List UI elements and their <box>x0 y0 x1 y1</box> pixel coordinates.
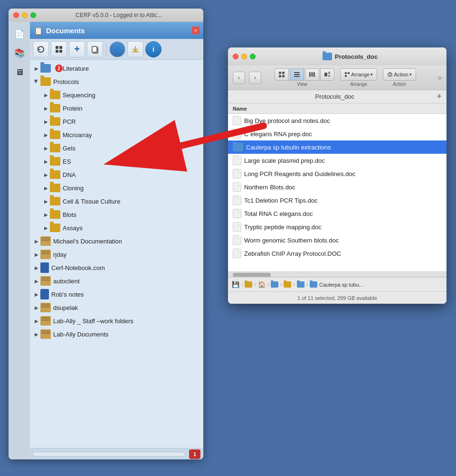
tree-item-lab-ally-docs[interactable]: ▶ Lab-Ally Documents <box>30 327 203 341</box>
info-button[interactable]: i <box>145 41 162 57</box>
tree-arrow-protocols[interactable]: ▶ <box>33 78 40 85</box>
tree-arrow-cerf-notebook[interactable]: ▶ <box>33 264 40 271</box>
breadcrumb-folder-selected[interactable] <box>310 281 317 288</box>
tree-item-rjday[interactable]: ▶ rjday <box>30 248 203 261</box>
breadcrumb-arrow-5: › <box>293 282 294 287</box>
tree-item-cell-tissue[interactable]: ▶ Cell & Tissue Culture <box>30 195 203 208</box>
tree-arrow-robs-notes[interactable]: ▶ <box>33 290 40 298</box>
tree-item-gels[interactable]: ▶ Gels <box>30 141 203 155</box>
tree-arrow-protein[interactable]: ▶ <box>42 104 50 112</box>
finder-scrollbar-thumb[interactable] <box>233 273 271 277</box>
file-item-tc1-deletion[interactable]: Tc1 Deletion PCR Tips.doc <box>228 194 446 207</box>
finder-view-list-btn[interactable] <box>290 68 304 81</box>
tree-arrow-literature[interactable]: ▶ <box>33 65 40 72</box>
file-item-long-pcr[interactable]: Long PCR Reagents and Guidelines.doc <box>228 167 446 180</box>
tree-arrow-sequencing[interactable]: ▶ <box>42 91 50 99</box>
tree-item-microarray[interactable]: ▶ Microarray <box>30 128 203 141</box>
documents-header-title: Documents <box>46 27 189 35</box>
close-button[interactable] <box>13 12 19 18</box>
file-item-big-dye[interactable]: Big Dye protocol and notes.doc <box>228 114 446 127</box>
finder-view-cover-btn[interactable] <box>320 68 334 81</box>
sidebar-icon-2[interactable]: 📚 <box>11 45 28 62</box>
finder-minimize-button[interactable] <box>241 54 247 59</box>
tree-item-blots[interactable]: ▶ Blots <box>30 208 203 221</box>
tree-arrow-assays[interactable]: ▶ <box>42 224 50 232</box>
tree-arrow-microarray[interactable]: ▶ <box>42 131 50 139</box>
breadcrumb-folder-4[interactable] <box>297 281 304 288</box>
zoom-button[interactable] <box>30 12 36 18</box>
tree-item-cloning[interactable]: ▶ Cloning <box>30 181 203 195</box>
statusbar-scrollbar[interactable] <box>33 452 185 457</box>
download-button[interactable] <box>127 41 143 57</box>
file-doc-icon <box>233 129 241 139</box>
tree-arrow-es[interactable]: ▶ <box>42 158 50 165</box>
tree-item-robs-notes[interactable]: ▶ Rob's notes <box>30 288 203 301</box>
file-doc-icon <box>233 156 241 165</box>
tree-item-pcr[interactable]: ▶ PCR <box>30 115 203 128</box>
finder-scrollbar-area[interactable] <box>228 271 446 277</box>
tree-arrow-gels[interactable]: ▶ <box>42 144 50 152</box>
tree-arrow-dsupelak[interactable]: ▶ <box>33 304 40 311</box>
tree-item-autoclient[interactable]: ▶ autoclient <box>30 274 203 288</box>
finder-action-button[interactable]: Action ▾ <box>383 68 416 81</box>
file-item-c-elegans-rna[interactable]: C elegans RNA prep.doc <box>228 127 446 140</box>
icon-robs-notes <box>40 289 49 299</box>
tree-item-lab-ally-staff[interactable]: ▶ Lab-Ally _ Staff –work folders <box>30 314 203 327</box>
tree-arrow-blots[interactable]: ▶ <box>42 211 50 218</box>
tree-arrow-dna[interactable]: ▶ <box>42 171 50 178</box>
tree-arrow-lab-ally-docs[interactable]: ▶ <box>33 330 40 338</box>
tree-arrow-cloning[interactable]: ▶ <box>42 184 50 192</box>
tree-arrow-pcr[interactable]: ▶ <box>42 118 50 125</box>
breadcrumb-folder-1[interactable] <box>245 281 252 288</box>
layout-button[interactable] <box>51 41 67 57</box>
finder-path-add-button[interactable]: + <box>437 92 442 102</box>
file-item-zebrafish[interactable]: Zebrafish ChIP Array Protocol.DOC <box>228 247 446 260</box>
finder-more-button[interactable]: » <box>437 74 442 82</box>
tree-item-michaels[interactable]: ▶ Michael's Documentation <box>30 234 203 248</box>
file-item-tryptic[interactable]: Tryptic peptide mapping.doc <box>228 220 446 233</box>
documents-close-button[interactable]: × <box>192 27 200 34</box>
eye-button[interactable]: 👁 <box>109 41 125 57</box>
documents-panel: 📋 Documents × <box>30 22 203 459</box>
finder-zoom-button[interactable] <box>250 54 256 59</box>
sidebar-icon-1[interactable]: 📄 <box>11 26 28 43</box>
sidebar-icon-3[interactable]: 🖥 <box>11 64 28 81</box>
icon-lab-ally-staff <box>40 316 51 326</box>
file-item-worm-genomic[interactable]: Worm genomic Southern blots.doc <box>228 233 446 247</box>
tree-item-protocols[interactable]: ▶ Protocols <box>30 75 203 88</box>
finder-view-icon-btn[interactable] <box>275 68 289 81</box>
tree-item-sequencing[interactable]: ▶ Sequencing <box>30 88 203 102</box>
breadcrumb-folder-2[interactable] <box>271 281 278 288</box>
svg-rect-12 <box>294 74 300 75</box>
tree-arrow-michaels[interactable]: ▶ <box>33 237 40 245</box>
tree-item-protein[interactable]: ▶ Protein <box>30 102 203 115</box>
breadcrumb-folder-3[interactable] <box>284 281 291 288</box>
finder-back-button[interactable]: ‹ <box>233 72 245 84</box>
tree-item-es[interactable]: ▶ ES <box>30 155 203 168</box>
finder-view-columns-btn[interactable] <box>305 68 319 81</box>
tree-arrow-autoclient[interactable]: ▶ <box>33 277 40 285</box>
file-item-northern-blots[interactable]: Northern Blots.doc <box>228 180 446 194</box>
copy-button[interactable] <box>87 41 103 57</box>
finder-close-button[interactable] <box>233 54 238 59</box>
tree-arrow-cell-tissue[interactable]: ▶ <box>42 197 50 205</box>
minimize-button[interactable] <box>22 12 28 18</box>
tree-item-cerf-notebook[interactable]: ▶ Cerf-Notebook.com <box>30 261 203 274</box>
add-button[interactable]: + <box>69 41 85 57</box>
file-item-caulerpa[interactable]: Caulerpa sp tubulin extractions <box>228 140 446 154</box>
tree-item-dsupelak[interactable]: ▶ dsupelak <box>30 301 203 314</box>
finder-arrange-button[interactable]: Arrange ▾ <box>340 68 377 81</box>
svg-rect-3 <box>59 50 62 53</box>
refresh-button[interactable] <box>33 41 49 57</box>
tree-arrow-lab-ally-staff[interactable]: ▶ <box>33 317 40 325</box>
finder-forward-button[interactable]: › <box>249 72 261 84</box>
svg-rect-18 <box>328 72 330 74</box>
tree-item-assays[interactable]: ▶ Assays <box>30 221 203 234</box>
tree-item-literature[interactable]: ▶ 2 Literature <box>30 62 203 75</box>
file-name-big-dye: Big Dye protocol and notes.doc <box>244 117 330 124</box>
file-doc-icon <box>233 249 241 258</box>
file-item-large-scale[interactable]: Large scale plasmid prep.doc <box>228 154 446 167</box>
tree-item-dna[interactable]: ▶ DNA <box>30 168 203 181</box>
file-item-total-rna[interactable]: Total RNA C elegans.doc <box>228 207 446 220</box>
tree-arrow-rjday[interactable]: ▶ <box>33 251 40 258</box>
